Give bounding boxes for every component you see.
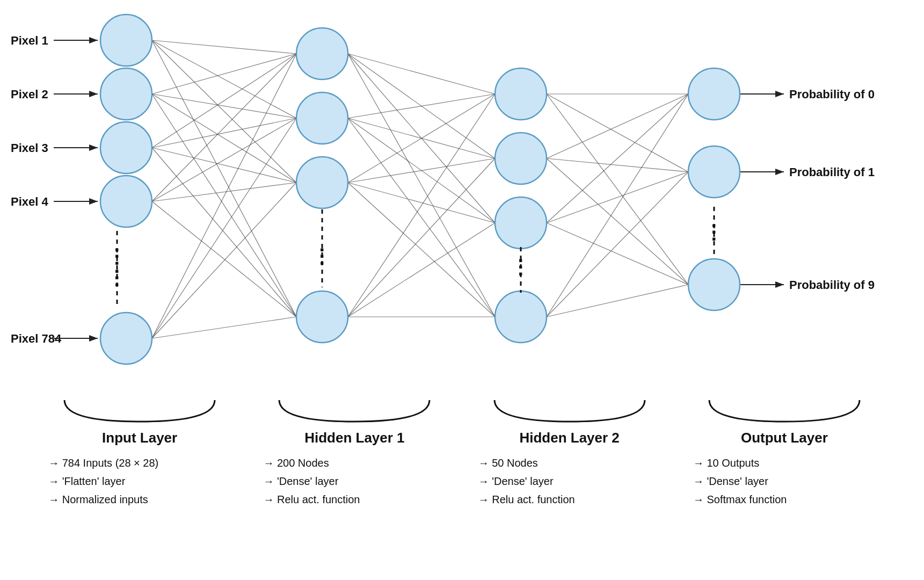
input-node-3	[100, 122, 152, 173]
input-detail-2: 'Flatten' layer	[48, 472, 236, 490]
input-node-2	[100, 68, 152, 120]
svg-line-20	[152, 317, 296, 338]
hidden1-layer-title: Hidden Layer 1	[304, 430, 404, 446]
main-container: Pixel 1 Pixel 2 Pixel 3 Pixel 4 Pixel 78…	[0, 0, 924, 580]
svg-line-39	[547, 94, 688, 285]
hidden1-brace-container	[258, 397, 451, 424]
hidden2-layer-details: 50 Nodes 'Dense' layer Relu act. functio…	[473, 454, 666, 509]
svg-line-10	[152, 118, 296, 148]
svg-line-4	[152, 40, 296, 317]
output-layer-title: Output Layer	[741, 430, 828, 446]
svg-line-5	[152, 54, 296, 94]
hidden1-node-2	[296, 92, 348, 144]
hidden2-node-last	[495, 291, 547, 343]
svg-line-47	[547, 172, 688, 317]
input-detail-1: 784 Inputs (28 × 28)	[48, 454, 236, 472]
hidden1-brace-svg	[274, 397, 435, 424]
svg-line-21	[348, 54, 495, 94]
hidden2-layer-title: Hidden Layer 2	[519, 430, 619, 446]
svg-line-15	[152, 183, 296, 201]
hidden2-node-2	[495, 133, 547, 184]
hidden1-layer-details: 200 Nodes 'Dense' layer Relu act. functi…	[258, 454, 451, 509]
input-layer-section: Input Layer 784 Inputs (28 × 28) 'Flatte…	[43, 397, 236, 509]
svg-line-14	[152, 118, 296, 201]
output-node-9	[688, 259, 740, 310]
svg-line-43	[547, 94, 688, 223]
pixel-1-label: Pixel 1	[11, 34, 48, 47]
input-node-4	[100, 176, 152, 227]
output-detail-1: 10 Outputs	[693, 454, 881, 472]
hidden2-node-3	[495, 197, 547, 249]
svg-line-24	[348, 54, 495, 317]
output-node-0	[688, 68, 740, 120]
output-label-1: Probability of 1	[789, 165, 875, 179]
hidden1-node-3	[296, 157, 348, 208]
pixel-2-label: Pixel 2	[11, 88, 48, 101]
network-diagram: Pixel 1 Pixel 2 Pixel 3 Pixel 4 Pixel 78…	[0, 0, 924, 419]
bottom-description: Input Layer 784 Inputs (28 × 28) 'Flatte…	[0, 397, 924, 509]
output-brace-container	[688, 397, 881, 424]
input-detail-3: Normalized inputs	[48, 490, 236, 509]
hidden2-brace-container	[473, 397, 666, 424]
hidden1-node-1	[296, 28, 348, 79]
svg-line-40	[547, 94, 688, 158]
hidden1-detail-2: 'Dense' layer	[263, 472, 451, 490]
svg-line-3	[152, 40, 296, 183]
svg-line-9	[152, 54, 296, 148]
svg-line-44	[547, 172, 688, 223]
pixel-3-label: Pixel 3	[11, 141, 48, 155]
svg-line-18	[152, 118, 296, 338]
output-label-0: Probability of 0	[789, 88, 875, 101]
svg-line-34	[348, 158, 495, 317]
output-brace-svg	[704, 397, 865, 424]
hidden1-detail-1: 200 Nodes	[263, 454, 451, 472]
braces-row: Input Layer 784 Inputs (28 × 28) 'Flatte…	[32, 397, 892, 509]
output-layer-details: 10 Outputs 'Dense' layer Softmax functio…	[688, 454, 881, 509]
svg-line-28	[348, 118, 495, 317]
output-label-9: Probability of 9	[789, 278, 875, 292]
svg-line-35	[348, 223, 495, 317]
pixel-4-label: Pixel 4	[11, 195, 48, 208]
svg-line-46	[547, 94, 688, 317]
hidden2-brace-svg	[489, 397, 650, 424]
hidden2-detail-3: Relu act. function	[478, 490, 666, 509]
svg-line-48	[547, 285, 688, 317]
hidden1-detail-3: Relu act. function	[263, 490, 451, 509]
svg-line-6	[152, 94, 296, 118]
svg-line-17	[152, 54, 296, 338]
hidden2-node-1	[495, 68, 547, 120]
hidden1-node-last	[296, 291, 348, 343]
input-layer-title: Input Layer	[102, 430, 177, 446]
output-layer-section: Output Layer 10 Outputs 'Dense' layer So…	[688, 397, 881, 509]
svg-line-29	[348, 94, 495, 183]
hidden2-layer-section: Hidden Layer 2 50 Nodes 'Dense' layer Re…	[473, 397, 666, 509]
svg-line-16	[152, 201, 296, 317]
input-layer-details: 784 Inputs (28 × 28) 'Flatten' layer Nor…	[43, 454, 236, 509]
input-brace-container	[43, 397, 236, 424]
input-node-784	[100, 313, 152, 364]
svg-line-33	[348, 94, 495, 317]
svg-line-12	[152, 148, 296, 317]
svg-line-25	[348, 94, 495, 118]
svg-line-7	[152, 94, 296, 183]
output-detail-3: Softmax function	[693, 490, 881, 509]
output-detail-2: 'Dense' layer	[693, 472, 881, 490]
output-node-1	[688, 146, 740, 198]
input-node-1	[100, 15, 152, 66]
input-brace-svg	[59, 397, 220, 424]
svg-line-42	[547, 158, 688, 285]
pixel-784-label: Pixel 784	[11, 332, 62, 345]
hidden2-detail-2: 'Dense' layer	[478, 472, 666, 490]
hidden2-detail-1: 50 Nodes	[478, 454, 666, 472]
svg-line-11	[152, 148, 296, 183]
svg-line-30	[348, 158, 495, 183]
hidden1-layer-section: Hidden Layer 1 200 Nodes 'Dense' layer R…	[258, 397, 451, 509]
svg-line-45	[547, 223, 688, 285]
